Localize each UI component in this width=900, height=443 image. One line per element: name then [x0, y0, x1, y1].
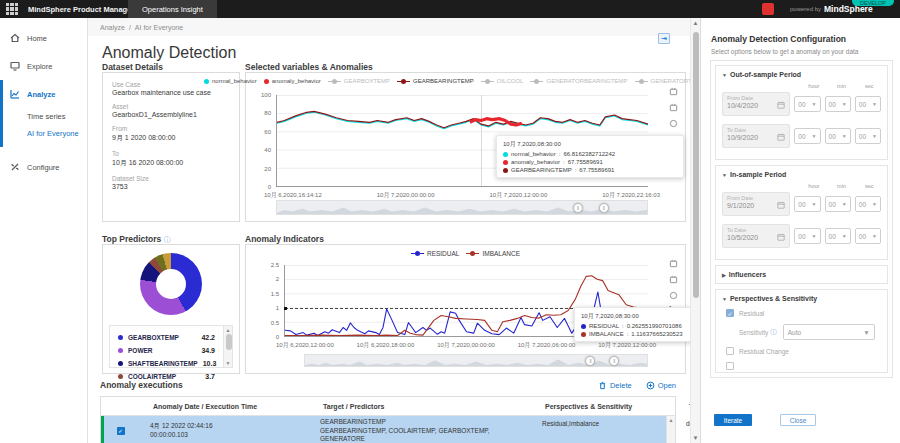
oos-to-sec-select[interactable]: 00▼ — [855, 128, 881, 144]
app-launcher-icon[interactable] — [6, 3, 18, 15]
oos-to-hour-select[interactable]: 00▼ — [794, 128, 820, 144]
ins-from-date-field[interactable]: From Date 9/1/2020 — [722, 192, 790, 216]
calendar-icon — [777, 201, 785, 209]
box-zoom-icon[interactable] — [669, 87, 678, 96]
sidebar-item-home[interactable]: Home — [0, 24, 87, 52]
breadcrumb: Analyze / AI for Everyone — [88, 18, 690, 36]
execution-row[interactable]: ✓ 4月 12 2022 02:44:1600:00:00.103 GEARBE… — [101, 416, 666, 443]
scroll-down-icon[interactable]: ▼ — [691, 435, 700, 441]
time-headers: hourminsec — [802, 183, 881, 189]
navigator-handle-right[interactable]: ‖ — [599, 203, 609, 213]
top-app-bar: MindSphere Product Management Operations… — [0, 0, 900, 18]
ins-from-sec-select[interactable]: 00▼ — [855, 196, 881, 212]
sidebar-item-ai-for-everyone[interactable]: AI for Everyone — [3, 125, 87, 142]
sidebar-analyze-group: Analyze Time series AI for Everyone — [0, 80, 87, 147]
box-select-icon[interactable] — [669, 275, 678, 284]
tooltip-marker — [503, 152, 508, 157]
chart-navigator[interactable]: ‖ ‖ — [276, 200, 648, 215]
in-sample-section: ▼In-sample Period hourminsec From Date 9… — [715, 165, 888, 260]
col-target-predictors[interactable]: Target / Predictors — [309, 403, 535, 410]
predictor-row-gearboxtemp[interactable]: GEARBOXTEMP42.2 — [112, 331, 221, 344]
ins-to-date-field[interactable]: To Date 10/5/2020 — [722, 224, 790, 248]
box-zoom-icon[interactable] — [669, 259, 678, 268]
sidebar-item-configure[interactable]: Configure — [0, 153, 87, 181]
oos-from-date-field[interactable]: From Date 10/4/2020 — [722, 92, 790, 116]
predictor-row-shaftbearingtemp[interactable]: SHAFTBEARINGTEMP10.3 — [112, 357, 221, 370]
out-of-sample-header[interactable]: ▼Out-of-sample Period — [722, 71, 881, 78]
indicators-navigator[interactable]: ‖ ‖ — [304, 354, 648, 367]
reset-zoom-icon[interactable] — [669, 291, 678, 300]
legend-generatorten[interactable]: GENERATORTEN — [635, 78, 690, 84]
sensitivity-select[interactable]: Auto▼ — [783, 324, 875, 340]
perspectives-section: ▼Perspectives & Sensitivity ✓ Residual S… — [715, 289, 888, 373]
legend-imbalance[interactable]: IMBALANCE — [466, 250, 520, 257]
oos-to-min-select[interactable]: 00▼ — [825, 128, 851, 144]
ins-to-min-select[interactable]: 00▼ — [825, 228, 851, 244]
sensitivity-row: Sensitivityⓘ Auto▼ — [739, 324, 881, 340]
ins-to-sec-select[interactable]: 00▼ — [855, 228, 881, 244]
residual-change-option: Residual Change — [726, 347, 881, 355]
predictors-list: GEARBOXTEMP42.2 POWER34.9 SHAFTBEARINGTE… — [109, 325, 233, 368]
explore-icon — [10, 61, 20, 71]
use-case-value: Gearbox maintenance use case — [112, 89, 230, 96]
legend-normal-behavior[interactable]: normal_behavior — [204, 78, 257, 84]
legend-gearboxtemp[interactable]: GEARBOXTEMP — [328, 78, 390, 84]
predictors-scrollbar[interactable]: ▲▼ — [223, 326, 232, 367]
sensitivity-info-icon[interactable]: ⓘ — [770, 328, 777, 337]
breadcrumb-ai-for-everyone: AI for Everyone — [135, 24, 183, 31]
sidebar-item-time-series[interactable]: Time series — [3, 108, 87, 125]
scroll-up-icon[interactable]: ▲ — [691, 20, 700, 26]
user-avatar[interactable] — [762, 3, 774, 15]
legend-generatorbearingtemp[interactable]: GENERATORBEARINGTEMP — [530, 78, 627, 84]
reset-zoom-icon[interactable] — [669, 119, 678, 128]
collapse-panel-icon[interactable]: ⇥ — [658, 33, 670, 44]
sidebar-item-explore[interactable]: Explore — [0, 52, 87, 80]
predictor-row-power[interactable]: POWER34.9 — [112, 344, 221, 357]
ins-from-hour-select[interactable]: 00▼ — [794, 196, 820, 212]
oos-from-min-select[interactable]: 00▼ — [825, 96, 851, 112]
row-checkbox[interactable]: ✓ — [117, 427, 125, 435]
residual-change-checkbox[interactable] — [726, 347, 734, 355]
iterate-button[interactable]: Iterate — [714, 414, 752, 426]
residual-checkbox[interactable]: ✓ — [726, 309, 734, 317]
anomaly-executions-header: Anomaly executions Delete Open — [100, 380, 676, 390]
navigator-handle-left[interactable]: ‖ — [573, 203, 583, 213]
chevron-down-icon: ▼ — [812, 233, 817, 239]
to-label: To — [112, 150, 230, 157]
delete-button[interactable]: Delete — [598, 381, 632, 390]
chevron-down-icon: ▼ — [812, 201, 817, 207]
box-select-icon[interactable] — [669, 103, 678, 112]
predictors-info-icon[interactable]: ⓘ — [164, 236, 171, 243]
predictor-marker — [118, 361, 123, 366]
chevron-right-icon: ▶ — [722, 272, 726, 278]
influencers-header[interactable]: ▶Influencers — [722, 271, 881, 278]
scroll-up-icon[interactable]: ▲ — [667, 417, 675, 423]
partial-checkbox[interactable] — [726, 362, 734, 370]
legend-residual[interactable]: RESIDUAL — [411, 250, 460, 257]
col-type[interactable]: Type — [665, 403, 690, 410]
in-sample-header[interactable]: ▼In-sample Period — [722, 171, 881, 178]
legend-gearbearingtemp[interactable]: GEARBEARINGTEMP — [397, 78, 474, 84]
table-scrollbar[interactable]: ▲ — [666, 416, 675, 443]
main-scrollbar[interactable]: ▲ ▼ — [690, 18, 700, 443]
legend-anomaly-behavior[interactable]: anomaly_behavior — [264, 78, 321, 84]
open-button[interactable]: Open — [646, 381, 676, 390]
close-button[interactable]: Close — [780, 414, 816, 426]
oos-from-sec-select[interactable]: 00▼ — [855, 96, 881, 112]
ins-to-hour-select[interactable]: 00▼ — [794, 228, 820, 244]
oos-to-date-field[interactable]: To Date 10/9/2020 — [722, 124, 790, 148]
perspectives-header[interactable]: ▼Perspectives & Sensitivity — [722, 295, 881, 302]
scroll-down-icon[interactable]: ▼ — [224, 360, 232, 366]
ins-from-min-select[interactable]: 00▼ — [825, 196, 851, 212]
app-tab-operations-insight[interactable]: Operations Insight — [128, 0, 217, 18]
breadcrumb-analyze[interactable]: Analyze — [100, 24, 125, 31]
col-anomaly-date[interactable]: Anomaly Date / Execution Time — [137, 403, 309, 410]
residual-option: ✓ Residual — [726, 309, 881, 317]
col-perspectives[interactable]: Perspectives & Sensitivity — [535, 403, 665, 410]
predictors-donut-chart[interactable] — [140, 253, 202, 315]
legend-oilcool[interactable]: OILCOOL — [481, 78, 524, 84]
chevron-down-icon: ▼ — [872, 201, 877, 207]
oos-from-hour-select[interactable]: 00▼ — [794, 96, 820, 112]
sidebar-item-analyze[interactable]: Analyze — [3, 80, 87, 108]
scroll-up-icon[interactable]: ▲ — [224, 327, 232, 333]
